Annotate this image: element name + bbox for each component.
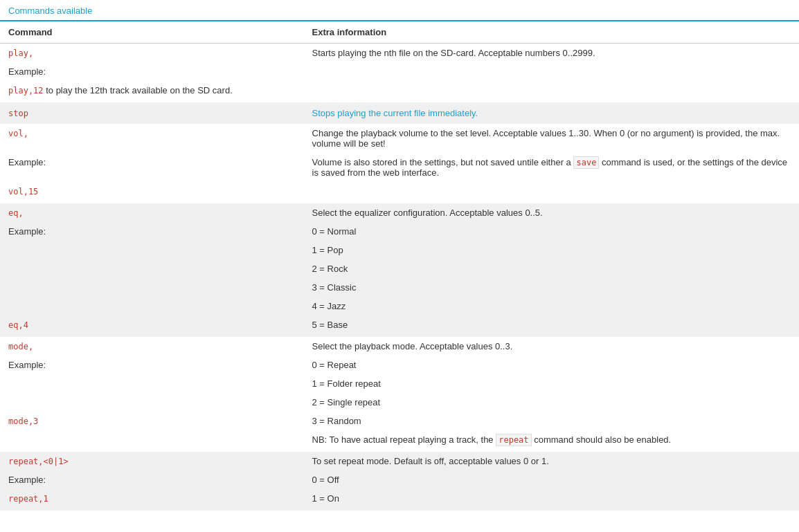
table-row: vol,15: [0, 182, 799, 203]
example-code-cell: repeat,1: [0, 489, 304, 511]
info-cell-empty: [304, 62, 799, 81]
info-cell: Change the playback volume to the set le…: [304, 124, 799, 153]
info-item: 2 = Rock: [312, 264, 348, 274]
table-row: mode,Select the playback mode. Acceptabl…: [0, 337, 799, 356]
info-cell: To set repeat mode. Default is off, acce…: [304, 452, 799, 470]
col-extra-info: Extra information: [304, 21, 799, 44]
table-row: Example:0 = Off: [0, 470, 799, 489]
example-code-cell: play,12 to play the 12th track available…: [0, 81, 304, 102]
table-row: repeat,11 = On: [0, 489, 799, 511]
command-code: stop: [8, 109, 28, 118]
cmd-cell-empty: [0, 374, 304, 393]
info-note-pre: Volume is also stored in the settings, b…: [312, 157, 574, 167]
table-row: Example:Volume is also stored in the set…: [0, 153, 799, 182]
table-header-row: Command Extra information: [0, 21, 799, 44]
info-text: Stops playing the current file immediate…: [312, 108, 478, 118]
info-item: 5 = Base: [312, 320, 348, 330]
info-item-cell: 0 = Off: [304, 470, 799, 489]
info-text: Select the equalizer configuration. Acce…: [312, 208, 543, 218]
info-note-pre: NB: To have actual repeat playing a trac…: [312, 434, 496, 445]
info-item-cell: 0 = Repeat: [304, 356, 799, 374]
cmd-cell-empty: [0, 393, 304, 412]
cmd-cell-empty: [0, 297, 304, 315]
table-row: play,Starts playing the nth file on the …: [0, 44, 799, 63]
info-cell: Select the playback mode. Acceptable val…: [304, 337, 799, 356]
example-text: to play the 12th track available on the …: [44, 85, 233, 95]
example-code: mode,3: [8, 416, 38, 426]
example-label-cell: Example:: [0, 356, 304, 374]
table-row: Example:0 = Normal: [0, 222, 799, 241]
info-item: 2 = Single repeat: [312, 397, 381, 407]
table-row: 1 = Folder repeat: [0, 374, 799, 393]
info-item: 1 = On: [312, 493, 339, 504]
cmd-cell: repeat,<0|1>: [0, 452, 304, 470]
info-item: 0 = Repeat: [312, 360, 357, 370]
cmd-cell: mode,: [0, 337, 304, 356]
command-code: eq,: [8, 208, 24, 218]
info-item-cell: 2 = Single repeat: [304, 393, 799, 412]
info-item-cell: 2 = Rock: [304, 259, 799, 278]
cmd-cell-empty: [0, 430, 304, 452]
info-text: Starts playing the nth file on the SD-ca…: [312, 48, 595, 58]
cmd-cell-empty: mode,3: [0, 412, 304, 430]
info-text: To set repeat mode. Default is off, acce…: [312, 456, 549, 466]
info-item-cell: 1 = Folder repeat: [304, 374, 799, 393]
command-code: mode,: [8, 342, 33, 351]
table-row: Example:: [0, 62, 799, 81]
table-row: Example:0 = Repeat: [0, 356, 799, 374]
info-item: 1 = Pop: [312, 245, 343, 255]
info-note-post: command should also be enabled.: [532, 434, 672, 445]
page-header: Commands available: [0, 0, 799, 21]
commands-table: Command Extra information play,Starts pl…: [0, 21, 799, 511]
info-note-cell: Volume is also stored in the settings, b…: [304, 153, 799, 182]
table-row: 3 = Classic: [0, 278, 799, 297]
table-row: play,12 to play the 12th track available…: [0, 81, 799, 102]
table-row: mode,33 = Random: [0, 412, 799, 430]
table-row: eq,Select the equalizer configuration. A…: [0, 203, 799, 222]
example-code: vol,15: [8, 187, 38, 196]
info-item: 0 = Normal: [312, 226, 357, 237]
cmd-cell-example: Example:: [0, 62, 304, 81]
command-code: repeat,<0|1>: [8, 457, 69, 466]
command-code: vol,: [8, 129, 28, 138]
example-code: eq,4: [8, 320, 28, 330]
info-cell: Stops playing the current file immediate…: [304, 102, 799, 124]
info-text: Change the playback volume to the set le…: [312, 128, 780, 149]
example-code: repeat,1: [8, 494, 48, 504]
page-title: Commands available: [8, 6, 791, 20]
table-row: NB: To have actual repeat playing a trac…: [0, 430, 799, 452]
col-command: Command: [0, 21, 304, 44]
cmd-cell-empty: eq,4: [0, 315, 304, 337]
table-row: 4 = Jazz: [0, 297, 799, 315]
example-label: Example:: [8, 225, 46, 238]
info-item: 3 = Classic: [312, 282, 357, 293]
info-item: 0 = Off: [312, 475, 339, 485]
info-item-cell: 1 = On: [304, 489, 799, 511]
table-row: vol,Change the playback volume to the se…: [0, 124, 799, 153]
example-code: play,12: [8, 86, 44, 95]
cmd-cell: play,: [0, 44, 304, 63]
example-label-cell: Example:: [0, 222, 304, 241]
info-item-cell: 5 = Base: [304, 315, 799, 337]
info-item-cell: 3 = Random: [304, 412, 799, 430]
info-cell: Select the equalizer configuration. Acce…: [304, 203, 799, 222]
table-row: stopStops playing the current file immed…: [0, 102, 799, 124]
info-item: 4 = Jazz: [312, 301, 346, 311]
table-row: repeat,<0|1>To set repeat mode. Default …: [0, 452, 799, 470]
table-row: 2 = Single repeat: [0, 393, 799, 412]
info-item: 3 = Random: [312, 416, 361, 426]
command-code: play,: [8, 48, 33, 58]
example-label-cell: Example:: [0, 153, 304, 182]
info-note-code: save: [573, 156, 599, 169]
example-label: Example:: [8, 358, 46, 372]
info-item-cell: 3 = Classic: [304, 278, 799, 297]
cmd-cell: eq,: [0, 203, 304, 222]
info-item: 1 = Folder repeat: [312, 378, 381, 389]
info-cell: Starts playing the nth file on the SD-ca…: [304, 44, 799, 63]
table-row: 1 = Pop: [0, 241, 799, 259]
info-note-cell: NB: To have actual repeat playing a trac…: [304, 430, 799, 452]
example-label-cell: Example:: [0, 470, 304, 489]
info-cell-empty: [304, 182, 799, 203]
cmd-cell: stop: [0, 102, 304, 124]
example-label: Example:: [8, 473, 46, 486]
